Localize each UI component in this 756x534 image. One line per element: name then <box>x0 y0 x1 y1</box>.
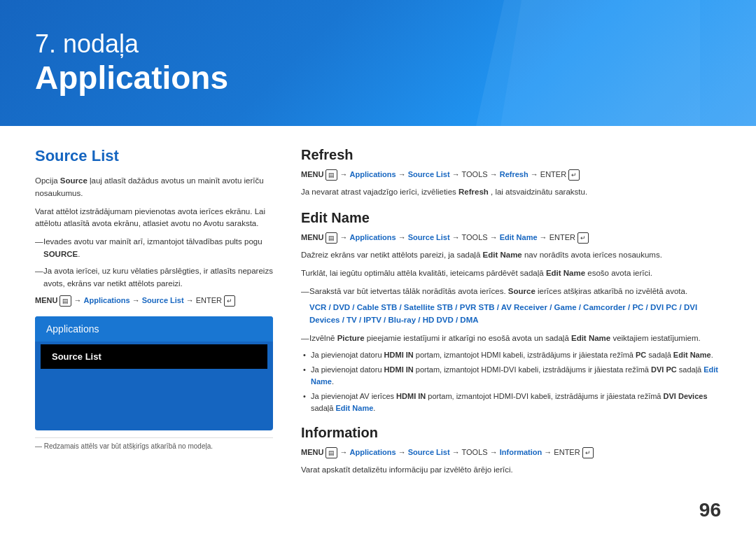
app-ui-spacer <box>35 374 273 430</box>
menu-text-left: → Applications → Source List → ENTER <box>74 296 225 304</box>
info-menu-icon: ▤ <box>326 447 337 458</box>
refresh-section: Refresh MENU ▤ → Applications → Source L… <box>301 147 721 199</box>
refresh-menu-icon: ▤ <box>326 169 337 181</box>
source-list-para1: Opcija Source ļauj atlasīt dažādus avotu… <box>35 175 273 200</box>
source-bold-2: SOURCE <box>43 250 78 258</box>
enter-icon-left: ↵ <box>224 295 235 307</box>
device-list: VCR / DVD / Cable STB / Satellite STB / … <box>301 302 721 327</box>
footnote: — Redzamais attēls var būt atšķirīgs atk… <box>35 437 273 450</box>
information-desc: Varat apskatīt detalizētu informāciju pa… <box>301 464 721 477</box>
editname-menu-icon: ▤ <box>326 232 337 244</box>
editname-enter-icon: ↵ <box>578 232 589 244</box>
source-list-para2: Varat attēlot izstrādājumam pievienotas … <box>35 206 273 231</box>
page-title: Applications <box>35 59 228 97</box>
information-title: Information <box>301 425 721 441</box>
bullet-2: Ja pievienojat datoru HDMI IN portam, iz… <box>301 364 721 387</box>
edit-name-dash2: Izvēlnē Picture pieejamie iestatījumi ir… <box>301 332 721 345</box>
refresh-desc: Ja nevarat atrast vajadzīgo ierīci, izvē… <box>301 186 721 199</box>
right-column: Refresh MENU ▤ → Applications → Source L… <box>301 147 721 520</box>
refresh-title: Refresh <box>301 147 721 163</box>
source-bold: Source <box>60 176 88 185</box>
refresh-enter-icon: ↵ <box>568 169 580 181</box>
chapter-label: 7. nodaļa <box>35 29 228 59</box>
edit-name-menu-path: MENU ▤ → Applications → Source List → TO… <box>301 232 721 244</box>
bullet-1: Ja pievienojat datoru HDMI IN portam, iz… <box>301 349 721 361</box>
menu-icon: ▤ <box>59 295 71 307</box>
app-ui-mock: Applications Source List <box>35 316 273 430</box>
page-content: Source List Opcija Source ļauj atlasīt d… <box>0 126 756 534</box>
info-enter-icon: ↵ <box>582 447 594 458</box>
header-title-block: 7. nodaļa Applications <box>35 29 228 97</box>
edit-name-title: Edit Name <box>301 210 721 226</box>
dash-item-1: Ievades avotu var mainīt arī, izmantojot… <box>35 236 273 261</box>
source-list-title: Source List <box>35 147 273 165</box>
menu-path-left: MENU ▤ → Applications → Source List → EN… <box>35 295 273 307</box>
refresh-menu-path: MENU ▤ → Applications → Source List → TO… <box>301 169 721 181</box>
dash-item-2: Ja avota ierīcei, uz kuru vēlaties pārsl… <box>35 265 273 290</box>
edit-name-desc2: Turklāt, lai iegūtu optimālu attēla kval… <box>301 267 721 280</box>
menu-keyword: MENU <box>35 296 57 304</box>
left-column: Source List Opcija Source ļauj atlasīt d… <box>35 147 273 520</box>
edit-name-dash1: Sarakstā var būt ietvertas tālāk norādīt… <box>301 286 721 298</box>
page-number: 96 <box>699 499 721 521</box>
edit-name-section: Edit Name MENU ▤ → Applications → Source… <box>301 210 721 414</box>
information-menu-path: MENU ▤ → Applications → Source List → TO… <box>301 447 721 458</box>
edit-name-desc1: Dažreiz ekrāns var netikt attēlots parei… <box>301 249 721 262</box>
app-ui-selected-item: Source List <box>41 344 267 369</box>
bullet-3: Ja pievienojat AV ierīces HDMI IN portam… <box>301 391 721 414</box>
information-section: Information MENU ▤ → Applications → Sour… <box>301 425 721 477</box>
page-header: 7. nodaļa Applications <box>0 0 756 126</box>
app-ui-titlebar: Applications <box>35 316 273 342</box>
